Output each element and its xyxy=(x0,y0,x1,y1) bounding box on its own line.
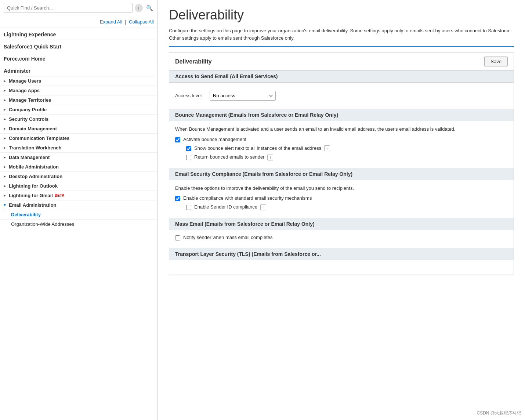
sidebar-item-lightning-for-outlook[interactable]: ► Lightning for Outlook xyxy=(0,181,158,191)
sidebar-item-label: Translation Workbench xyxy=(9,145,62,151)
arrow-icon: ► xyxy=(2,107,7,112)
main-content: Deliverability Configure the settings on… xyxy=(158,0,525,420)
page-description: Configure the settings on this page to i… xyxy=(169,27,514,47)
sidebar-item-label: Desktop Administration xyxy=(9,174,62,179)
beta-badge: BETA xyxy=(55,193,64,198)
checkbox-show-bounce-alert[interactable] xyxy=(186,146,191,151)
sidebar-item-label: Security Controls xyxy=(9,116,48,122)
arrow-icon: ► xyxy=(2,193,7,198)
expand-collapse-row: Expand All | Collapse All xyxy=(0,16,158,28)
section-header-forcecom[interactable]: Force.com Home xyxy=(4,52,154,64)
search-button[interactable]: 🔍 xyxy=(145,4,154,12)
sidebar-item-communication-templates[interactable]: ► Communication Templates xyxy=(0,134,158,143)
page-title: Deliverability xyxy=(169,7,514,23)
sidebar-item-label: Manage Users xyxy=(9,78,41,84)
panel-title: Deliverability xyxy=(175,58,212,65)
checkbox-activate-bounce[interactable] xyxy=(175,137,180,142)
checkbox-return-bounced[interactable] xyxy=(186,155,191,160)
section-header-email-security: Email Security Compliance (Emails from S… xyxy=(169,168,514,180)
arrow-icon: ► xyxy=(2,174,7,179)
section-body-email-security: Enable these options to improve the deli… xyxy=(169,180,514,218)
sidebar-item-label: Email Administration xyxy=(9,202,57,208)
info-icon[interactable]: i xyxy=(135,4,143,12)
info-badge-show-bounce[interactable]: i xyxy=(324,145,330,151)
arrow-icon: ► xyxy=(2,155,7,160)
arrow-icon: ► xyxy=(2,88,7,93)
sidebar-item-label: Company Profile xyxy=(9,107,47,112)
sidebar-item-label: Communication Templates xyxy=(9,135,69,141)
email-security-description: Enable these options to improve the deli… xyxy=(175,185,508,192)
arrow-icon: ► xyxy=(2,145,7,151)
sidebar-item-label: Data Management xyxy=(9,155,50,160)
sidebar-item-email-administration[interactable]: ▼ Email Administration xyxy=(0,200,158,210)
section-header-administer[interactable]: Administer xyxy=(4,64,154,76)
sidebar-item-domain-management[interactable]: ► Domain Management xyxy=(0,124,158,134)
section-header-tls: Transport Layer Security (TLS) (Emails f… xyxy=(169,248,514,260)
bounce-description: When Bounce Management is activated and … xyxy=(175,126,508,133)
checkbox-label-show-bounce-alert: Show bounce alert next to all instances … xyxy=(194,145,330,152)
section-body-access: Access level No access System email only… xyxy=(169,83,514,109)
section-header-mass-email: Mass Email (Emails from Salesforce or Em… xyxy=(169,218,514,230)
sidebar-item-lightning-for-gmail[interactable]: ► Lightning for Gmail BETA xyxy=(0,191,158,200)
arrow-icon: ► xyxy=(2,117,7,122)
checkbox-row-return-bounced: Return bounced emails to sender i xyxy=(186,154,508,160)
sidebar-subitem-org-wide-addresses[interactable]: Organization-Wide Addresses xyxy=(0,220,158,229)
arrow-icon: ► xyxy=(2,164,7,170)
sidebar-item-manage-users[interactable]: ► Manage Users xyxy=(0,76,158,86)
subitem-label: Organization-Wide Addresses xyxy=(11,221,74,227)
sidebar-item-label: Mobile Administration xyxy=(9,164,59,170)
section-header-lightning-experience[interactable]: Lightning Experience xyxy=(4,28,154,40)
checkbox-enable-sender-id[interactable] xyxy=(186,205,191,210)
section-header-bounce: Bounce Management (Emails from Salesforc… xyxy=(169,109,514,121)
checkbox-label-sender-id: Enable Sender ID compliance i xyxy=(194,204,266,210)
sidebar-subitem-deliverability[interactable]: Deliverability xyxy=(0,210,158,220)
checkbox-enable-compliance[interactable] xyxy=(175,196,180,201)
arrow-icon: ► xyxy=(2,126,7,131)
search-input[interactable] xyxy=(4,3,133,13)
checkbox-row-enable-compliance: Enable compliance with standard email se… xyxy=(175,195,508,201)
panel-header: Deliverability Save xyxy=(169,53,514,70)
section-body-tls xyxy=(169,260,514,275)
sidebar-item-label: Domain Management xyxy=(9,126,57,131)
checkbox-row-notify-sender: Notify sender when mass email completes xyxy=(175,235,508,240)
arrow-icon: ► xyxy=(2,98,7,103)
sidebar-item-security-controls[interactable]: ► Security Controls xyxy=(0,115,158,124)
checkbox-row-show-bounce-alert: Show bounce alert next to all instances … xyxy=(186,145,508,152)
checkbox-row-activate-bounce: Activate bounce management xyxy=(175,137,508,142)
sidebar-item-label: Lightning for Outlook xyxy=(9,183,58,189)
info-badge-sender-id[interactable]: i xyxy=(260,204,266,210)
section-header-salesforce1[interactable]: Salesforce1 Quick Start xyxy=(4,40,154,52)
sidebar: i 🔍 Expand All | Collapse All Lightning … xyxy=(0,0,158,420)
sidebar-item-data-management[interactable]: ► Data Management xyxy=(0,153,158,162)
section-body-bounce: When Bounce Management is activated and … xyxy=(169,121,514,168)
arrow-icon: ▼ xyxy=(2,203,7,208)
subitem-label: Deliverability xyxy=(11,212,41,217)
arrow-icon: ► xyxy=(2,136,7,141)
access-level-label: Access level xyxy=(175,93,204,98)
checkbox-label-return-bounced: Return bounced emails to sender i xyxy=(194,154,273,160)
info-badge-return-bounced[interactable]: i xyxy=(267,155,273,160)
section-header-access: Access to Send Email (All Email Services… xyxy=(169,70,514,83)
checkbox-label-activate-bounce: Activate bounce management xyxy=(183,137,246,142)
sidebar-item-company-profile[interactable]: ► Company Profile xyxy=(0,105,158,115)
checkbox-row-sender-id: Enable Sender ID compliance i xyxy=(186,204,508,210)
checkbox-notify-sender[interactable] xyxy=(175,235,180,240)
sidebar-item-translation-workbench[interactable]: ► Translation Workbench xyxy=(0,143,158,153)
collapse-all-link[interactable]: Collapse All xyxy=(129,19,154,25)
deliverability-panel: Deliverability Save Access to Send Email… xyxy=(169,52,514,275)
sidebar-item-manage-apps[interactable]: ► Manage Apps xyxy=(0,86,158,95)
expand-all-link[interactable]: Expand All xyxy=(100,19,122,25)
arrow-icon: ► xyxy=(2,79,7,84)
access-level-row: Access level No access System email only… xyxy=(175,87,508,104)
arrow-icon: ► xyxy=(2,184,7,189)
sidebar-item-label: Lightning for Gmail xyxy=(9,193,53,198)
checkbox-label-enable-compliance: Enable compliance with standard email se… xyxy=(183,195,312,201)
sidebar-item-manage-territories[interactable]: ► Manage Territories xyxy=(0,95,158,105)
save-button[interactable]: Save xyxy=(484,57,508,66)
search-bar: i 🔍 xyxy=(0,0,158,16)
watermark: CSDN @大叔程序斗记 xyxy=(477,410,521,416)
sidebar-item-desktop-administration[interactable]: ► Desktop Administration xyxy=(0,172,158,181)
sidebar-item-mobile-administration[interactable]: ► Mobile Administration xyxy=(0,162,158,172)
sidebar-item-label: Manage Territories xyxy=(9,97,51,103)
access-level-select[interactable]: No access System email only All email xyxy=(210,91,276,101)
